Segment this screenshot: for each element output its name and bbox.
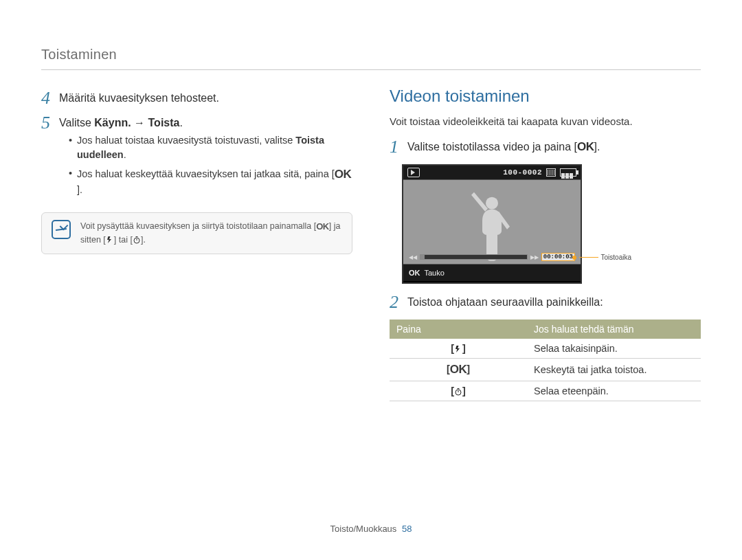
step-text: Määritä kuvaesityksen tehosteet. [59,91,219,106]
page: Toistaminen 4 Määritä kuvaesityksen teho… [0,0,742,560]
text: ]. [594,141,600,153]
step-text: Toistoa ohjataan seuraavilla painikkeill… [407,295,603,310]
progress-track [420,254,528,260]
pause-label: Tauko [425,269,445,277]
step-1: 1 Valitse toistotilassa video ja paina [… [390,139,701,156]
table-row: [] Selaa takaisinpäin. [390,339,701,359]
ok-icon: OK [577,139,594,155]
footer-label: Toisto/Muokkaus [330,524,397,534]
list-item: Jos haluat keskeyttää kuvaesityksen tai … [69,166,352,198]
table-head-press: Paina [390,320,527,339]
step-number: 2 [390,293,407,311]
left-column: 4 Määritä kuvaesityksen tehosteet. 5 Val… [41,91,352,401]
step-number: 5 [41,114,59,132]
buttons-table: Paina Jos haluat tehdä tämän [] Selaa ta… [390,320,701,401]
step-2: 2 Toistoa ohjataan seuraavilla painikkei… [390,295,701,311]
step-text: Valitse Käynn. → Toista. Jos haluat tois… [59,115,352,201]
note-text: Voit pysäyttää kuvaesityksen ja siirtyä … [80,220,342,246]
flash-icon [454,345,462,353]
text: ]. [141,235,146,245]
text: Jos haluat toistaa kuvaesitystä toistuva… [77,135,295,146]
bullet-list: Jos haluat toistaa kuvaesitystä toistuva… [59,133,352,198]
forward-icon: ▶▶ [530,254,539,260]
step-text: Valitse toistotilassa video ja paina [OK… [407,139,600,155]
lead-text: Voit toistaa videoleikkeitä tai kaapata … [390,115,701,127]
section-header: Toistaminen [41,47,701,70]
file-number: 100-0002 [503,168,542,177]
callout-dot-icon [572,256,576,260]
ok-icon: OK [409,269,420,277]
lcd-screen: 100-0002 [402,164,582,284]
step-5: 5 Valitse Käynn. → Toista. Jos haluat to… [41,115,352,201]
lcd-viewport: ◀◀ ▶▶ 00:00:03 [403,179,581,265]
table-row: [] Selaa eteenpäin. [390,381,701,401]
table-row: [OK] Keskeytä tai jatka toistoa. [390,359,701,381]
callout-line-icon [579,257,598,258]
svg-point-1 [486,197,498,210]
lcd-top-bar: 100-0002 [403,166,581,179]
flash-icon [106,236,114,244]
step-number: 1 [390,138,407,156]
movie-icon [546,168,556,177]
lcd-bottom-bar: OK Tauko [403,265,581,281]
list-item: Jos haluat toistaa kuvaesitystä toistuva… [69,133,352,162]
page-number: 58 [402,524,412,534]
button-cell: [] [390,339,527,359]
action-cell: Selaa takaisinpäin. [527,339,701,359]
step-number: 4 [41,89,59,107]
note-icon [52,220,71,239]
battery-icon [560,168,576,177]
page-footer: Toisto/Muokkaus 58 [0,524,742,534]
text: Valitse toistotilassa video ja paina [ [407,141,577,153]
text: Valitse [59,117,94,128]
lcd-illustration: 100-0002 [402,164,608,282]
timer-icon [133,236,141,244]
progress-fill [420,255,425,259]
text: → [131,117,148,128]
text: ]. [77,184,82,195]
ok-icon: OK [450,363,467,377]
ok-icon: OK [316,220,329,234]
ok-icon: OK [335,166,352,183]
table-head-action: Jos haluat tehdä tämän [527,320,701,339]
timer-icon [454,388,462,396]
text-bold: Käynn. [94,117,131,128]
progress-bar: ◀◀ ▶▶ 00:00:03 [409,253,575,261]
action-cell: Keskeytä tai jatka toistoa. [527,359,701,381]
playback-mode-icon [407,168,420,177]
text: Jos haluat keskeyttää kuvaesityksen tai … [77,168,335,179]
elapsed-time: 00:00:03 [541,253,575,261]
right-column: Videon toistaminen Voit toistaa videolei… [390,91,701,401]
text: ] tai [ [114,235,133,245]
action-cell: Selaa eteenpäin. [527,381,701,401]
section-title: Videon toistaminen [390,87,701,106]
text: . [179,117,182,128]
lcd-top-right: 100-0002 [503,168,576,177]
rewind-icon: ◀◀ [409,254,417,260]
callout: Toistoaika [572,254,631,261]
text-bold: Toista [148,117,180,128]
button-cell: [] [390,381,527,401]
step-4: 4 Määritä kuvaesityksen tehosteet. [41,91,352,107]
text: . [124,149,126,160]
button-cell: [OK] [390,359,527,381]
callout-label: Toistoaika [601,254,631,261]
text: Voit pysäyttää kuvaesityksen ja siirtyä … [80,221,316,231]
note-box: Voit pysäyttää kuvaesityksen ja siirtyä … [41,212,352,254]
two-columns: 4 Määritä kuvaesityksen tehosteet. 5 Val… [41,91,701,401]
